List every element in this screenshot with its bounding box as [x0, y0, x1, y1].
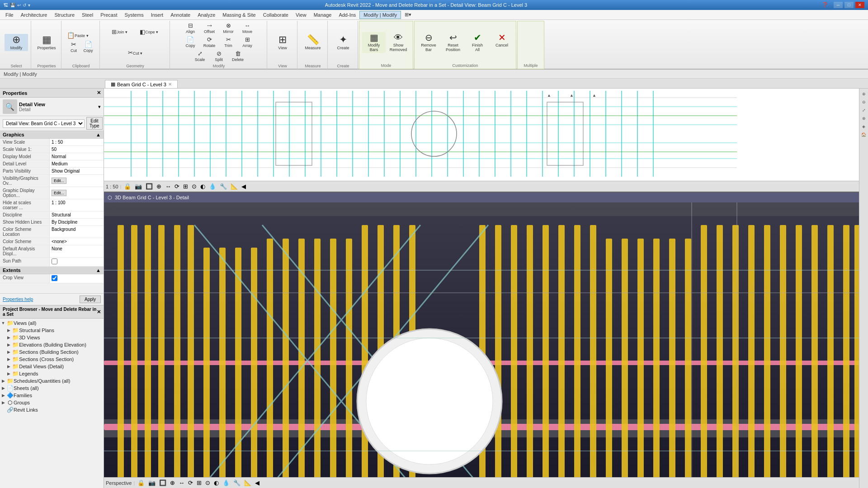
view-2d-measure-icon[interactable]: 📐 [230, 183, 239, 190]
view-3d-settings-icon[interactable]: 🔧 [232, 479, 241, 487]
measure-button[interactable]: 📏 Measure [301, 34, 325, 51]
scale-button[interactable]: ⤢Scale [191, 50, 209, 63]
prop-instance-select[interactable]: Detail View: Beam Grid C - Level 3 [3, 119, 85, 128]
view-3d-back-icon[interactable]: ◀ [254, 479, 260, 487]
cut-button[interactable]: ✂ Cut [67, 40, 80, 54]
rotate-button[interactable]: ⟳Rotate [200, 36, 218, 49]
tree-item-6[interactable]: ▶ 📁 Detail Views (Detail) [0, 363, 104, 370]
menu-architecture[interactable]: Architecture [17, 11, 51, 19]
tree-arrow-8[interactable]: ▶ [0, 379, 6, 383]
view-3d-lock-icon[interactable]: 🔒 [137, 479, 146, 487]
prop-section-extents[interactable]: Extents ▲ [0, 267, 104, 274]
quick-access-redo[interactable]: ↺ [23, 3, 26, 8]
finish-all-button[interactable]: ✔ FinishAll [466, 32, 489, 53]
create-button[interactable]: ✦ Create [331, 34, 355, 51]
vis-graphics-edit-btn[interactable]: Edit... [52, 178, 66, 184]
view-2d-render-icon[interactable]: 💧 [208, 183, 217, 190]
align-button[interactable]: ⊟Align [181, 22, 199, 35]
tree-arrow-10[interactable]: ▶ [0, 393, 6, 398]
join-button[interactable]: ⊞ Join ▾ [110, 28, 137, 36]
tree-arrow-5[interactable]: ▶ [5, 357, 12, 361]
tree-arrow-3[interactable]: ▶ [5, 343, 12, 347]
prop-val-hidden-lines[interactable]: By Discipline [50, 219, 104, 225]
paste-button[interactable]: 📋 Paste ▾ [65, 31, 97, 39]
properties-collapse-icon[interactable]: ✕ [97, 90, 101, 96]
right-sidebar-btn-4[interactable]: ⊗ [860, 115, 868, 122]
view-2d-zoom-icon[interactable]: ⊕ [156, 183, 162, 190]
move-button[interactable]: ↔Move [238, 22, 256, 35]
tree-item-11[interactable]: ▶ ⬡ Groups [0, 399, 104, 406]
view-3d-camera-icon[interactable]: 📷 [147, 479, 156, 487]
view-2d-sun-icon[interactable]: ⊙ [191, 183, 198, 190]
prop-val-parts-vis[interactable]: Show Original [50, 168, 104, 174]
tree-item-0[interactable]: ▼ 📁 Views (all) [0, 319, 104, 327]
modify-button[interactable]: ⊕ Modify [5, 34, 28, 51]
edit-type-button[interactable]: Edit Type [86, 117, 103, 130]
view-3d-shadow-icon[interactable]: ◐ [213, 479, 220, 487]
remove-bar-button[interactable]: ⊖ RemoveBar [417, 32, 440, 53]
view-tab-close[interactable]: ✕ [168, 82, 172, 87]
copy-modify-button[interactable]: 📄Copy [181, 36, 199, 49]
cut-geometry-button[interactable]: ✂ Cut ▾ [126, 49, 145, 56]
tree-arrow-1[interactable]: ▶ [5, 328, 12, 333]
prop-val-sun-path[interactable] [50, 258, 104, 266]
proj-browser-close[interactable]: ✕ [97, 309, 101, 315]
menu-addins[interactable]: Add-Ins [335, 11, 359, 19]
tree-item-9[interactable]: ▶ 📄 Sheets (all) [0, 385, 104, 392]
prop-val-detail-level[interactable]: Medium [50, 160, 104, 167]
right-sidebar-btn-6[interactable]: 🏠 [860, 131, 868, 138]
tree-item-7[interactable]: ▶ 📁 Legends [0, 370, 104, 377]
maximize-button[interactable]: □ [844, 2, 854, 8]
prop-val-display-model[interactable]: Normal [50, 153, 104, 160]
view-2d-crop-icon[interactable]: 🔲 [145, 183, 154, 190]
view-3d-measure-icon[interactable]: 📐 [243, 479, 252, 487]
prop-section-graphics[interactable]: Graphics ▲ [0, 131, 104, 139]
copy-button[interactable]: 📄 Copy [81, 40, 95, 54]
view-2d-orbit-icon[interactable]: ⟳ [174, 183, 180, 190]
view-2d-shadow-icon[interactable]: ◐ [199, 183, 206, 190]
tree-arrow-4[interactable]: ▶ [5, 350, 12, 354]
view-3d-sun-icon[interactable]: ⊙ [204, 479, 211, 487]
view-3d-orbit-icon[interactable]: ⟳ [187, 479, 194, 487]
prop-val-color-scheme-loc[interactable]: Background [50, 226, 104, 238]
view-3d-crop-icon[interactable]: 🔲 [158, 479, 167, 487]
view-2d-settings-icon[interactable]: 🔧 [219, 183, 228, 190]
view-ribbon-button[interactable]: ⊞ View [271, 34, 294, 51]
view-3d[interactable]: ⬡ 3D Beam Grid C - Level 3 - Detail [104, 192, 859, 488]
cancel-button[interactable]: ✕ Cancel [491, 32, 513, 53]
menu-insert[interactable]: Insert [147, 11, 167, 19]
prop-val-discipline[interactable]: Structural [50, 211, 104, 218]
right-sidebar-btn-3[interactable]: ⤢ [860, 107, 868, 114]
view-tab-beam-grid[interactable]: ▦ Beam Grid C - Level 3 ✕ [105, 80, 178, 88]
modify-bars-button[interactable]: ▦ ModifyBars [362, 32, 386, 53]
array-button[interactable]: ⊞Array [238, 36, 256, 49]
menu-systems[interactable]: Systems [121, 11, 147, 19]
quick-access-save[interactable]: 💾 [10, 3, 15, 8]
menu-analyze[interactable]: Analyze [194, 11, 219, 19]
menu-manage[interactable]: Manage [310, 11, 335, 19]
properties-help-link[interactable]: Properties help [3, 297, 33, 302]
tree-item-2[interactable]: ▶ 📁 3D Views [0, 334, 104, 341]
right-sidebar-btn-5[interactable]: ◈ [860, 123, 868, 130]
menu-steel[interactable]: Steel [78, 11, 97, 19]
tree-arrow-9[interactable]: ▶ [0, 386, 6, 390]
split-button[interactable]: ⊘Split [210, 50, 228, 63]
properties-apply-button[interactable]: Apply [80, 296, 101, 303]
menu-options[interactable]: ⊞▾ [401, 11, 415, 19]
right-sidebar-btn-2[interactable]: ⊖ [860, 99, 868, 106]
offset-button[interactable]: ⤏Offset [200, 22, 218, 35]
trim-button[interactable]: ✂Trim [219, 36, 237, 49]
mirror-button[interactable]: ⊗Mirror [219, 22, 237, 35]
view-3d-pan-icon[interactable]: ↔ [178, 479, 185, 487]
view-2d[interactable]: ▲ ▲ ▲ 1 : 50 | 🔒 📷 🔲 ⊕ ↔ ⟳ ⊞ ⊙ ◐ 💧 🔧 📐 [104, 89, 859, 192]
graphic-display-edit-btn[interactable]: Edit... [52, 190, 66, 196]
tree-arrow-6[interactable]: ▶ [5, 364, 12, 369]
menu-annotate[interactable]: Annotate [167, 11, 194, 19]
view-3d-grid-icon[interactable]: ⊞ [196, 479, 203, 487]
menu-structure[interactable]: Structure [51, 11, 78, 19]
view-2d-camera-icon[interactable]: 📷 [134, 183, 143, 190]
quick-access-undo[interactable]: ↩ [17, 3, 21, 8]
prop-val-color-scheme[interactable]: <none> [50, 238, 104, 245]
delete-button[interactable]: 🗑Delete [229, 50, 247, 63]
tree-arrow-2[interactable]: ▶ [5, 335, 12, 340]
